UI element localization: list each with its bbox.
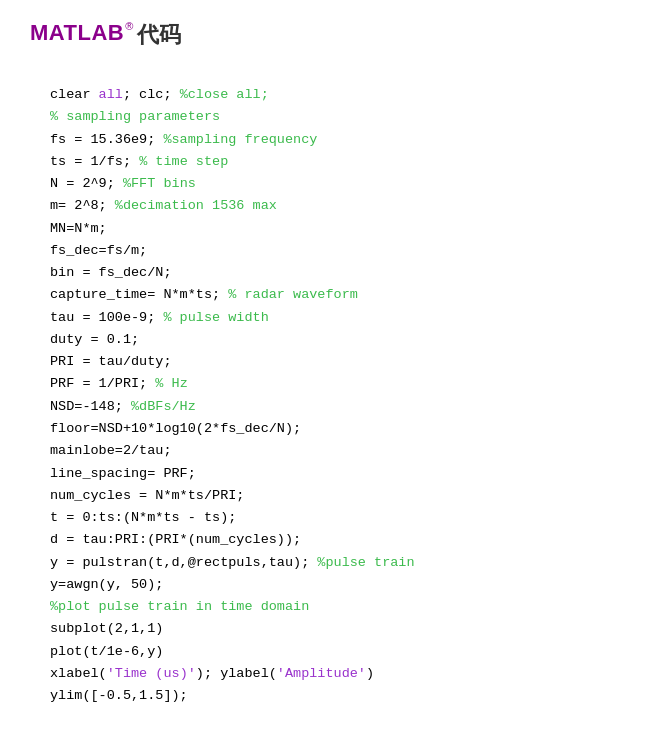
code-token: MN=N*m; bbox=[50, 221, 107, 236]
code-token: m= 2^8; bbox=[50, 198, 115, 213]
code-token: xlabel( bbox=[50, 666, 107, 681]
code-token: all bbox=[99, 87, 123, 102]
code-token: PRI = tau/duty; bbox=[50, 354, 172, 369]
code-token: ) bbox=[366, 666, 374, 681]
code-line: ylim([-0.5,1.5]); bbox=[50, 685, 598, 707]
code-token: % pulse width bbox=[163, 310, 268, 325]
code-token: y = pulstran(t,d,@rectpuls,tau); bbox=[50, 555, 317, 570]
code-token: % sampling parameters bbox=[50, 109, 220, 124]
code-line: fs_dec=fs/m; bbox=[50, 240, 598, 262]
code-token: duty = 0.1; bbox=[50, 332, 139, 347]
code-line: m= 2^8; %decimation 1536 max bbox=[50, 195, 598, 217]
code-line: clear all; clc; %close all; bbox=[50, 84, 598, 106]
code-line: y = pulstran(t,d,@rectpuls,tau); %pulse … bbox=[50, 552, 598, 574]
code-line: NSD=-148; %dBFs/Hz bbox=[50, 396, 598, 418]
code-line: line_spacing= PRF; bbox=[50, 463, 598, 485]
code-line: duty = 0.1; bbox=[50, 329, 598, 351]
code-token: %pulse train bbox=[317, 555, 414, 570]
code-line: tau = 100e-9; % pulse width bbox=[50, 307, 598, 329]
code-token: PRF = 1/PRI; bbox=[50, 376, 155, 391]
code-token: plot(t/1e-6,y) bbox=[50, 644, 163, 659]
code-line: capture_time= N*m*ts; % radar waveform bbox=[50, 284, 598, 306]
code-token: num_cycles = N*m*ts/PRI; bbox=[50, 488, 244, 503]
code-line: xlabel('Time (us)'); ylabel('Amplitude') bbox=[50, 663, 598, 685]
code-token: clear bbox=[50, 87, 99, 102]
code-line: % sampling parameters bbox=[50, 106, 598, 128]
code-line: bin = fs_dec/N; bbox=[50, 262, 598, 284]
code-block: clear all; clc; %close all;% sampling pa… bbox=[30, 74, 618, 717]
page-container: MATLAB ® 代码 clear all; clc; %close all;%… bbox=[0, 0, 648, 737]
code-line: PRI = tau/duty; bbox=[50, 351, 598, 373]
code-token: tau = 100e-9; bbox=[50, 310, 163, 325]
code-token: %dBFs/Hz bbox=[131, 399, 196, 414]
code-token: bin = fs_dec/N; bbox=[50, 265, 172, 280]
code-token: 'Amplitude' bbox=[277, 666, 366, 681]
code-token: d = tau:PRI:(PRI*(num_cycles)); bbox=[50, 532, 301, 547]
code-token: y=awgn(y, 50); bbox=[50, 577, 163, 592]
code-token: mainlobe=2/tau; bbox=[50, 443, 172, 458]
code-token: % time step bbox=[139, 154, 228, 169]
code-token: ylim([-0.5,1.5]); bbox=[50, 688, 188, 703]
code-token: t = 0:ts:(N*m*ts - ts); bbox=[50, 510, 236, 525]
code-line: fs = 15.36e9; %sampling frequency bbox=[50, 129, 598, 151]
code-token: subplot(2,1,1) bbox=[50, 621, 163, 636]
code-token: fs_dec=fs/m; bbox=[50, 243, 147, 258]
code-line: %plot pulse train in time domain bbox=[50, 596, 598, 618]
code-line: d = tau:PRI:(PRI*(num_cycles)); bbox=[50, 529, 598, 551]
code-token: line_spacing= PRF; bbox=[50, 466, 196, 481]
code-line: MN=N*m; bbox=[50, 218, 598, 240]
code-line: t = 0:ts:(N*m*ts - ts); bbox=[50, 507, 598, 529]
code-line: PRF = 1/PRI; % Hz bbox=[50, 373, 598, 395]
registered-symbol: ® bbox=[125, 20, 133, 32]
code-line: plot(t/1e-6,y) bbox=[50, 641, 598, 663]
code-token: fs = 15.36e9; bbox=[50, 132, 163, 147]
code-token: floor=NSD+10*log10(2*fs_dec/N); bbox=[50, 421, 301, 436]
code-line: subplot(2,1,1) bbox=[50, 618, 598, 640]
code-line: ts = 1/fs; % time step bbox=[50, 151, 598, 173]
title-area: MATLAB ® 代码 bbox=[30, 20, 618, 50]
code-line: N = 2^9; %FFT bins bbox=[50, 173, 598, 195]
code-token: % radar waveform bbox=[228, 287, 358, 302]
code-token: 'Time (us)' bbox=[107, 666, 196, 681]
code-line: num_cycles = N*m*ts/PRI; bbox=[50, 485, 598, 507]
code-token: N = 2^9; bbox=[50, 176, 123, 191]
code-token: ts = 1/fs; bbox=[50, 154, 139, 169]
code-token: %sampling frequency bbox=[163, 132, 317, 147]
code-token: %close all; bbox=[180, 87, 269, 102]
code-line: mainlobe=2/tau; bbox=[50, 440, 598, 462]
code-token: capture_time= N*m*ts; bbox=[50, 287, 228, 302]
code-line: floor=NSD+10*log10(2*fs_dec/N); bbox=[50, 418, 598, 440]
code-token: %plot pulse train in time domain bbox=[50, 599, 309, 614]
code-token: ; clc; bbox=[123, 87, 180, 102]
code-token: NSD=-148; bbox=[50, 399, 131, 414]
title-chinese: 代码 bbox=[137, 20, 181, 50]
code-line: y=awgn(y, 50); bbox=[50, 574, 598, 596]
code-token: %FFT bins bbox=[123, 176, 196, 191]
code-token: ); ylabel( bbox=[196, 666, 277, 681]
code-token: % Hz bbox=[155, 376, 187, 391]
code-token: %decimation 1536 max bbox=[115, 198, 277, 213]
matlab-title: MATLAB bbox=[30, 20, 124, 46]
